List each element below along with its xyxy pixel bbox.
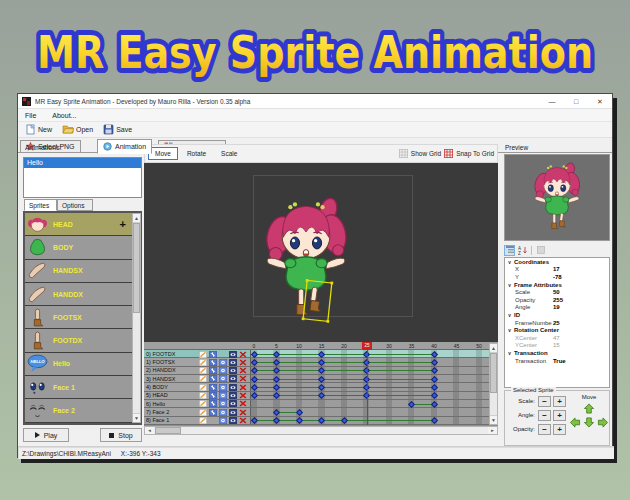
pencil-icon[interactable] bbox=[199, 417, 207, 424]
delete-icon[interactable] bbox=[239, 351, 247, 358]
tool-icon[interactable] bbox=[219, 409, 227, 416]
angle-plus-button[interactable]: + bbox=[553, 410, 566, 421]
swap-icon[interactable] bbox=[209, 400, 217, 407]
eye-icon[interactable] bbox=[229, 409, 237, 416]
scale-minus-button[interactable]: − bbox=[538, 396, 551, 407]
playhead-line[interactable] bbox=[367, 342, 368, 425]
collapse-chevron-icon[interactable]: ∨ bbox=[505, 327, 514, 333]
scroll-down-icon[interactable]: ▼ bbox=[490, 415, 497, 424]
property-row[interactable]: FrameNumbe25 bbox=[505, 319, 609, 327]
delete-icon[interactable] bbox=[239, 409, 247, 416]
property-row[interactable]: Scale50 bbox=[505, 288, 609, 296]
save-button[interactable]: Save bbox=[100, 123, 135, 136]
move-up-button[interactable] bbox=[583, 403, 595, 414]
property-row[interactable]: Opacity255 bbox=[505, 296, 609, 304]
scale-tool-button[interactable]: Scale bbox=[215, 147, 243, 160]
collapse-chevron-icon[interactable]: ∨ bbox=[505, 312, 514, 318]
property-row[interactable]: YCenter15 bbox=[505, 342, 609, 350]
pencil-icon[interactable] bbox=[199, 384, 207, 391]
timeline-row-label[interactable]: 0) FOOTDX bbox=[144, 350, 251, 357]
scroll-up-icon[interactable]: ▲ bbox=[133, 214, 140, 223]
maximize-button[interactable]: □ bbox=[564, 94, 588, 109]
timeline-row[interactable]: 1) FOOTSX bbox=[144, 358, 498, 366]
sprite-row[interactable]: HANDDX bbox=[25, 283, 140, 306]
minimize-button[interactable]: — bbox=[540, 94, 564, 109]
property-row[interactable]: TransactionTrue bbox=[505, 357, 609, 365]
tool-icon[interactable] bbox=[219, 384, 227, 391]
tool-icon[interactable] bbox=[219, 417, 227, 424]
timeline-row[interactable]: 0) FOOTDX bbox=[144, 350, 498, 358]
collapse-chevron-icon[interactable]: ∨ bbox=[505, 282, 514, 288]
timeline-row-label[interactable]: 1) FOOTSX bbox=[144, 358, 251, 365]
alphabetical-sort-icon[interactable]: AZ bbox=[517, 245, 528, 256]
tab-sprites[interactable]: Sprites bbox=[24, 199, 57, 211]
new-button[interactable]: New bbox=[22, 123, 55, 136]
angle-minus-button[interactable]: − bbox=[538, 410, 551, 421]
eye-icon[interactable] bbox=[229, 392, 237, 399]
move-down-button[interactable] bbox=[583, 417, 595, 428]
timeline-row[interactable]: 5) HEAD bbox=[144, 392, 498, 400]
timeline-row-label[interactable]: 2) HANDDX bbox=[144, 367, 251, 374]
timeline-header[interactable]: 051015203035404550 bbox=[144, 342, 498, 350]
pencil-icon[interactable] bbox=[199, 367, 207, 374]
move-left-button[interactable] bbox=[569, 417, 581, 428]
scroll-down-icon[interactable]: ▼ bbox=[133, 413, 140, 422]
property-group-header[interactable]: ∨Coordinates bbox=[505, 258, 609, 266]
delete-icon[interactable] bbox=[239, 384, 247, 391]
timeline-track[interactable] bbox=[251, 350, 498, 357]
title-bar[interactable]: MR Easy Sprite Animation - Developed by … bbox=[18, 94, 612, 109]
opacity-minus-button[interactable]: − bbox=[538, 424, 551, 435]
property-row[interactable]: XCenter47 bbox=[505, 334, 609, 342]
eye-icon[interactable] bbox=[229, 359, 237, 366]
pencil-icon[interactable] bbox=[199, 400, 207, 407]
close-button[interactable]: ✕ bbox=[588, 94, 612, 109]
timeline-track[interactable] bbox=[251, 417, 498, 424]
scroll-left-icon[interactable]: ◄ bbox=[145, 427, 154, 434]
swap-icon[interactable] bbox=[209, 375, 217, 382]
timeline-row-label[interactable]: 6) Hello bbox=[144, 400, 251, 407]
menu-about[interactable]: About... bbox=[45, 112, 83, 119]
eye-icon[interactable] bbox=[229, 384, 237, 391]
opacity-plus-button[interactable]: + bbox=[553, 424, 566, 435]
eye-icon[interactable] bbox=[229, 400, 237, 407]
move-right-button[interactable] bbox=[597, 417, 609, 428]
snap-to-grid-icon[interactable] bbox=[444, 149, 453, 158]
swap-icon[interactable] bbox=[209, 409, 217, 416]
delete-icon[interactable] bbox=[239, 400, 247, 407]
timeline-track[interactable] bbox=[251, 408, 498, 415]
delete-icon[interactable] bbox=[239, 392, 247, 399]
chibi-character[interactable] bbox=[260, 186, 352, 333]
scroll-right-icon[interactable]: ► bbox=[488, 427, 497, 434]
delete-icon[interactable] bbox=[239, 375, 247, 382]
sprite-row[interactable]: BODY bbox=[25, 236, 140, 259]
pencil-icon[interactable] bbox=[199, 392, 207, 399]
eye-icon[interactable] bbox=[229, 375, 237, 382]
timeline-vscrollbar[interactable]: ▲ ▼ bbox=[489, 343, 498, 425]
stop-button[interactable]: Stop bbox=[100, 428, 142, 442]
rotate-tool-button[interactable]: Rotate bbox=[181, 147, 212, 160]
timeline-row-label[interactable]: 5) HEAD bbox=[144, 392, 251, 399]
timeline-hscrollbar[interactable]: ◄ ► bbox=[144, 426, 498, 435]
tool-icon[interactable] bbox=[219, 400, 227, 407]
property-group-header[interactable]: ∨ID bbox=[505, 311, 609, 319]
move-tool-button[interactable]: Move bbox=[148, 147, 178, 160]
delete-icon[interactable] bbox=[239, 417, 247, 424]
scroll-up-icon[interactable]: ▲ bbox=[490, 344, 497, 353]
timeline-track[interactable] bbox=[251, 375, 498, 382]
swap-icon[interactable] bbox=[209, 351, 217, 358]
delete-icon[interactable] bbox=[239, 367, 247, 374]
menu-file[interactable]: File bbox=[18, 112, 43, 119]
tab-animation[interactable]: Animation bbox=[97, 139, 152, 154]
pencil-icon[interactable] bbox=[199, 359, 207, 366]
timeline-row-label[interactable]: 7) Face 2 bbox=[144, 408, 251, 415]
property-row[interactable]: X17 bbox=[505, 266, 609, 274]
categorized-icon[interactable] bbox=[504, 245, 515, 256]
timeline-track[interactable] bbox=[251, 367, 498, 374]
open-button[interactable]: Open bbox=[59, 123, 96, 136]
timeline-track[interactable] bbox=[251, 392, 498, 399]
collapse-chevron-icon[interactable]: ∨ bbox=[505, 350, 514, 356]
sprite-row[interactable]: Face 2 bbox=[25, 399, 140, 422]
sprite-row[interactable]: FOOTSX bbox=[25, 306, 140, 329]
tab-options[interactable]: Options bbox=[57, 199, 93, 211]
tool-icon[interactable] bbox=[219, 359, 227, 366]
